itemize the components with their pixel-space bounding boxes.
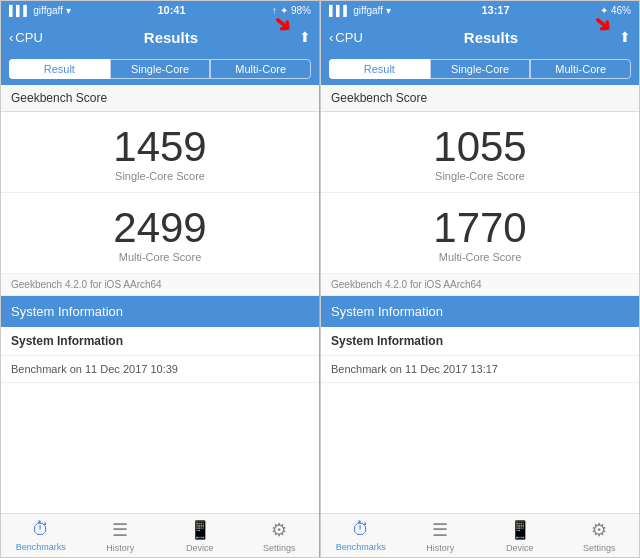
bluetooth-icon-left: ✦ xyxy=(280,5,288,16)
status-right-left: ↑ ✦ 98% xyxy=(272,5,311,16)
chevron-left-icon: ‹ xyxy=(9,30,13,45)
tab-multi-right[interactable]: Multi-Core xyxy=(530,59,631,79)
multi-score-number-right: 1770 xyxy=(433,207,526,249)
bottom-tab-bar-left: ⏱ Benchmarks ☰ History 📱 Device ⚙ Settin… xyxy=(1,513,319,557)
battery-right: 46% xyxy=(611,5,631,16)
device-icon-right: 📱 xyxy=(509,519,531,541)
status-bar-right: ▌▌▌ giffgaff ▾ 13:17 ✦ 46% xyxy=(321,1,639,19)
tab-result-right[interactable]: Result xyxy=(329,59,430,79)
wifi-icon-right: ▾ xyxy=(386,5,391,16)
benchmark-row-right: Benchmark on 11 Dec 2017 13:17 xyxy=(321,356,639,383)
device-label-left: Device xyxy=(186,543,214,553)
phones-container: ▌▌▌ giffgaff ▾ 10:41 ↑ ✦ 98% ‹ CPU Resul… xyxy=(0,0,640,558)
benchmarks-icon-left: ⏱ xyxy=(32,519,50,540)
tab-selector-left: Result Single-Core Multi-Core xyxy=(1,55,319,85)
sys-info-row-right: System Information xyxy=(321,327,639,356)
info-row-right: Geekbench 4.2.0 for iOS AArch64 xyxy=(321,274,639,296)
multi-score-section-right: 1770 Multi-Core Score xyxy=(321,193,639,274)
tab-single-left[interactable]: Single-Core xyxy=(110,59,211,79)
signal-icon-left: ▌▌▌ xyxy=(9,5,30,16)
tab-result-left[interactable]: Result xyxy=(9,59,110,79)
phone-left: ▌▌▌ giffgaff ▾ 10:41 ↑ ✦ 98% ‹ CPU Resul… xyxy=(0,0,320,558)
carrier-right: giffgaff xyxy=(353,5,383,16)
chevron-left-icon-right: ‹ xyxy=(329,30,333,45)
wifi-icon-left: ▾ xyxy=(66,5,71,16)
content-right: Geekbench Score 1055 Single-Core Score 1… xyxy=(321,85,639,513)
settings-icon-right: ⚙ xyxy=(591,519,607,541)
device-label-right: Device xyxy=(506,543,534,553)
history-icon-left: ☰ xyxy=(112,519,128,541)
back-label-left: CPU xyxy=(15,30,42,45)
share-icon-right: ⬆ xyxy=(619,29,631,45)
status-left-right: ▌▌▌ giffgaff ▾ xyxy=(329,5,391,16)
tab-single-right[interactable]: Single-Core xyxy=(430,59,531,79)
back-button-right[interactable]: ‹ CPU xyxy=(329,30,363,45)
single-score-section-right: 1055 Single-Core Score xyxy=(321,112,639,193)
settings-icon-left: ⚙ xyxy=(271,519,287,541)
nav-title-left: Results xyxy=(144,29,198,46)
geekbench-header-left: Geekbench Score xyxy=(1,85,319,112)
nav-title-right: Results xyxy=(464,29,518,46)
tab-selector-right: Result Single-Core Multi-Core xyxy=(321,55,639,85)
benchmarks-icon-right: ⏱ xyxy=(352,519,370,540)
multi-score-number-left: 2499 xyxy=(113,207,206,249)
status-right-right: ✦ 46% xyxy=(600,5,631,16)
bottom-tab-history-right[interactable]: ☰ History xyxy=(401,514,481,557)
benchmarks-label-right: Benchmarks xyxy=(336,542,386,552)
device-icon-left: 📱 xyxy=(189,519,211,541)
benchmarks-label-left: Benchmarks xyxy=(16,542,66,552)
bottom-tab-device-left[interactable]: 📱 Device xyxy=(160,514,240,557)
benchmark-row-left: Benchmark on 11 Dec 2017 10:39 xyxy=(1,356,319,383)
carrier-left: giffgaff xyxy=(33,5,63,16)
history-icon-right: ☰ xyxy=(432,519,448,541)
single-score-section-left: 1459 Single-Core Score xyxy=(1,112,319,193)
single-score-number-left: 1459 xyxy=(113,126,206,168)
arrow-icon-left: ↑ xyxy=(272,5,277,16)
battery-left: 98% xyxy=(291,5,311,16)
time-left: 10:41 xyxy=(157,4,185,16)
bottom-tab-bar-right: ⏱ Benchmarks ☰ History 📱 Device ⚙ Settin… xyxy=(321,513,639,557)
nav-bar-right: ‹ CPU Results ⬆ ➜ xyxy=(321,19,639,55)
settings-label-left: Settings xyxy=(263,543,296,553)
single-score-label-left: Single-Core Score xyxy=(115,170,205,182)
share-button-right[interactable]: ⬆ xyxy=(619,29,631,45)
sys-info-header-left[interactable]: System Information xyxy=(1,296,319,327)
content-left: Geekbench Score 1459 Single-Core Score 2… xyxy=(1,85,319,513)
share-icon-left: ⬆ xyxy=(299,29,311,45)
phone-right: ▌▌▌ giffgaff ▾ 13:17 ✦ 46% ‹ CPU Results… xyxy=(320,0,640,558)
history-label-left: History xyxy=(106,543,134,553)
share-button-left[interactable]: ⬆ xyxy=(299,29,311,45)
tab-multi-left[interactable]: Multi-Core xyxy=(210,59,311,79)
status-left-left: ▌▌▌ giffgaff ▾ xyxy=(9,5,71,16)
single-score-label-right: Single-Core Score xyxy=(435,170,525,182)
bottom-tab-settings-right[interactable]: ⚙ Settings xyxy=(560,514,640,557)
settings-label-right: Settings xyxy=(583,543,616,553)
bluetooth-icon-right: ✦ xyxy=(600,5,608,16)
sys-info-header-right[interactable]: System Information xyxy=(321,296,639,327)
multi-score-label-left: Multi-Core Score xyxy=(119,251,202,263)
back-label-right: CPU xyxy=(335,30,362,45)
history-label-right: History xyxy=(426,543,454,553)
bottom-tab-history-left[interactable]: ☰ History xyxy=(81,514,161,557)
bottom-tab-settings-left[interactable]: ⚙ Settings xyxy=(240,514,320,557)
info-row-left: Geekbench 4.2.0 for iOS AArch64 xyxy=(1,274,319,296)
nav-bar-left: ‹ CPU Results ⬆ ➜ xyxy=(1,19,319,55)
back-button-left[interactable]: ‹ CPU xyxy=(9,30,43,45)
signal-icon-right: ▌▌▌ xyxy=(329,5,350,16)
geekbench-header-right: Geekbench Score xyxy=(321,85,639,112)
time-right: 13:17 xyxy=(481,4,509,16)
sys-info-row-left: System Information xyxy=(1,327,319,356)
multi-score-label-right: Multi-Core Score xyxy=(439,251,522,263)
bottom-tab-benchmarks-right[interactable]: ⏱ Benchmarks xyxy=(321,514,401,557)
multi-score-section-left: 2499 Multi-Core Score xyxy=(1,193,319,274)
bottom-tab-device-right[interactable]: 📱 Device xyxy=(480,514,560,557)
status-bar-left: ▌▌▌ giffgaff ▾ 10:41 ↑ ✦ 98% xyxy=(1,1,319,19)
bottom-tab-benchmarks-left[interactable]: ⏱ Benchmarks xyxy=(1,514,81,557)
single-score-number-right: 1055 xyxy=(433,126,526,168)
